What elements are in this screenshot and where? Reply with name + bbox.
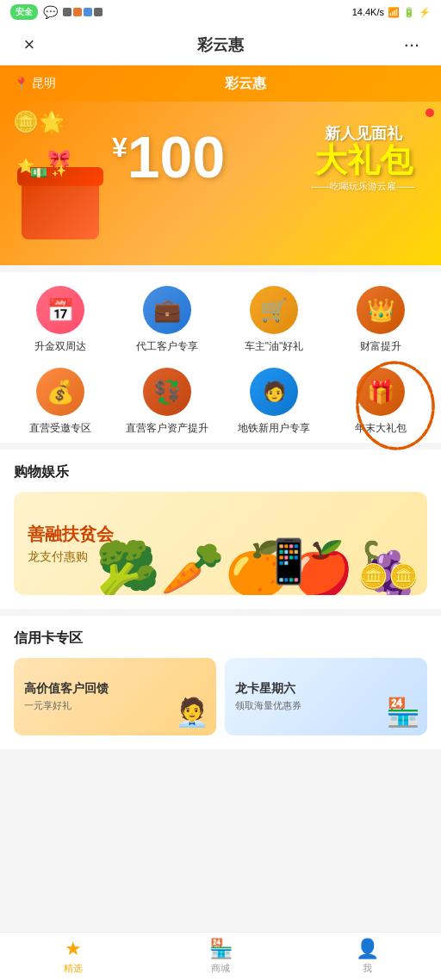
icon-grid: 📅 升金双周达 💼 代工客户专享 🛒 车主"油"好礼 👑 财富提升 💰 <box>7 286 434 436</box>
shopping-banner-left: 善融扶贫会 龙支付惠购 <box>28 523 114 565</box>
icon-asset-circle: 💱 <box>143 368 191 416</box>
icon-asset-label: 直营客户资产提升 <box>126 421 208 436</box>
shopping-section: 购物娱乐 善融扶贫会 龙支付惠购 🥦🥕🍊🍎🍇 📱 🪙🪙 <box>0 450 441 609</box>
nav-item-selected[interactable]: ★ 精选 <box>0 933 147 980</box>
battery-icon: 🔋 <box>403 7 415 18</box>
location-bar: 📍 昆明 彩云惠 <box>0 65 441 102</box>
nav-selected-label: 精选 <box>64 962 83 975</box>
icon-item-asset[interactable]: 💱 直营客户资产提升 <box>114 368 220 436</box>
nav-selected-icon: ★ <box>65 938 82 960</box>
metro-icon: 🧑 <box>263 381 286 403</box>
credit-card-right[interactable]: 龙卡星期六 领取海量优惠券 🏪 <box>225 658 427 735</box>
credit-card-left[interactable]: 高价值客户回馈 一元享好礼 🧑‍💼 <box>14 658 216 735</box>
more-button[interactable]: ··· <box>396 29 427 60</box>
shopping-phone-icon: 📱 <box>262 537 315 586</box>
credit-card-left-title: 高价值客户回馈 <box>24 681 206 697</box>
money-bag-icon: 💰 <box>47 379 74 406</box>
status-right: 14.4K/s 📶 🔋 ⚡ <box>352 7 431 18</box>
agent-icon: 💼 <box>153 297 181 324</box>
icon-item-agent[interactable]: 💼 代工客户专享 <box>114 286 220 354</box>
icon-wealth-circle: 👑 <box>357 286 405 334</box>
location-pin-icon: 📍 <box>14 77 28 90</box>
title-bar: × 彩云惠 ··· <box>0 24 441 65</box>
status-squares <box>63 8 102 16</box>
banner-coins: 🪙🌟 <box>13 110 65 134</box>
signal-icon: 📶 <box>388 7 400 18</box>
nav-item-mall[interactable]: 🏪 商城 <box>147 933 295 980</box>
icon-car-circle: 🛒 <box>250 286 298 334</box>
hero-banner[interactable]: 🎀 💵 ✨ ⭐ 🪙🌟 ¥100 新人见面礼 大礼包 ——吃喝玩乐游云雇—— <box>0 102 441 265</box>
icon-car-label: 车主"油"好礼 <box>245 339 304 354</box>
asset-icon: 💱 <box>153 379 181 406</box>
status-bar: 安全 💬 14.4K/s 📶 🔋 ⚡ <box>0 0 441 24</box>
icon-yearend-label: 年末大礼包 <box>355 421 407 436</box>
status-left: 安全 💬 <box>10 4 102 20</box>
icon-metro-label: 地铁新用户专享 <box>238 421 310 436</box>
nav-item-profile[interactable]: 👤 我 <box>294 933 441 980</box>
wealth-icon: 👑 <box>367 297 394 324</box>
banner-amount: 100 <box>127 124 225 189</box>
car-icon: 🛒 <box>260 297 288 324</box>
close-button[interactable]: × <box>14 29 45 60</box>
page-title: 彩云惠 <box>197 34 244 55</box>
shopping-coins: 🪙🪙 <box>358 562 419 591</box>
credit-card-right-illustration: 🏪 <box>386 696 420 729</box>
bottom-nav: ★ 精选 🏪 商城 👤 我 <box>0 932 441 980</box>
status-safe-label: 安全 <box>10 4 38 20</box>
credit-section-title: 信用卡专区 <box>14 630 427 648</box>
icon-item-upgrade[interactable]: 📅 升金双周达 <box>7 286 114 354</box>
icon-metro-circle: 🧑 <box>250 368 298 416</box>
credit-card-left-illustration: 🧑‍💼 <box>175 696 209 729</box>
icon-yearend-circle: 🎁 <box>357 368 405 416</box>
icon-upgrade-circle: 📅 <box>36 286 84 334</box>
banner-content: 🎀 💵 ✨ ⭐ 🪙🌟 ¥100 新人见面礼 大礼包 ——吃喝玩乐游云雇—— <box>0 102 441 265</box>
upgrade-icon: 📅 <box>47 297 74 324</box>
icon-grid-section: 📅 升金双周达 💼 代工客户专享 🛒 车主"油"好礼 👑 财富提升 💰 <box>0 272 441 443</box>
credit-section: 信用卡专区 高价值客户回馈 一元享好礼 🧑‍💼 龙卡星期六 领取海量优惠券 🏪 <box>0 616 441 749</box>
location-left[interactable]: 📍 昆明 <box>14 76 56 91</box>
icon-item-yearend[interactable]: 🎁 年末大礼包 <box>327 368 434 436</box>
banner-big-text: 大礼包 <box>311 144 415 177</box>
gift-icon: 🎁 <box>367 379 394 406</box>
icon-item-metro[interactable]: 🧑 地铁新用户专享 <box>220 368 327 436</box>
nav-profile-icon: 👤 <box>356 938 379 960</box>
lightning-icon: ⚡ <box>419 7 431 18</box>
banner-text-block: 新人见面礼 大礼包 ——吃喝玩乐游云雇—— <box>311 123 415 193</box>
icon-direct-label: 直营受邀专区 <box>29 421 91 436</box>
wechat-icon: 💬 <box>43 5 58 19</box>
credit-card-right-title: 龙卡星期六 <box>235 681 417 697</box>
banner-new-text: 新人见面礼 <box>311 123 415 144</box>
banner-notification-dot <box>425 109 434 117</box>
bottom-spacer <box>0 749 441 804</box>
banner-amount-block: ¥100 <box>112 127 225 186</box>
nav-profile-label: 我 <box>363 962 372 975</box>
location-bar-title: 彩云惠 <box>63 75 427 93</box>
icon-agent-circle: 💼 <box>143 286 191 334</box>
shopping-banner-sub-title: 龙支付惠购 <box>28 549 114 565</box>
icon-agent-label: 代工客户专享 <box>136 339 198 354</box>
speed-label: 14.4K/s <box>352 7 384 17</box>
icon-item-direct[interactable]: 💰 直营受邀专区 <box>7 368 114 436</box>
shopping-section-title: 购物娱乐 <box>14 463 427 481</box>
icon-item-car[interactable]: 🛒 车主"油"好礼 <box>220 286 327 354</box>
credit-cards-row: 高价值客户回馈 一元享好礼 🧑‍💼 龙卡星期六 领取海量优惠券 🏪 <box>14 658 427 735</box>
icon-item-wealth[interactable]: 👑 财富提升 <box>327 286 434 354</box>
banner-sub-text: ——吃喝玩乐游云雇—— <box>311 180 415 193</box>
city-name: 昆明 <box>32 76 56 91</box>
shopping-banner-main-title: 善融扶贫会 <box>28 523 114 546</box>
shopping-banner[interactable]: 善融扶贫会 龙支付惠购 🥦🥕🍊🍎🍇 📱 🪙🪙 <box>14 492 427 595</box>
icon-wealth-label: 财富提升 <box>360 339 401 354</box>
icon-upgrade-label: 升金双周达 <box>34 339 86 354</box>
nav-mall-label: 商城 <box>211 962 230 975</box>
nav-mall-icon: 🏪 <box>209 938 233 960</box>
icon-direct-circle: 💰 <box>36 368 84 416</box>
yuan-symbol: ¥ <box>112 132 127 163</box>
